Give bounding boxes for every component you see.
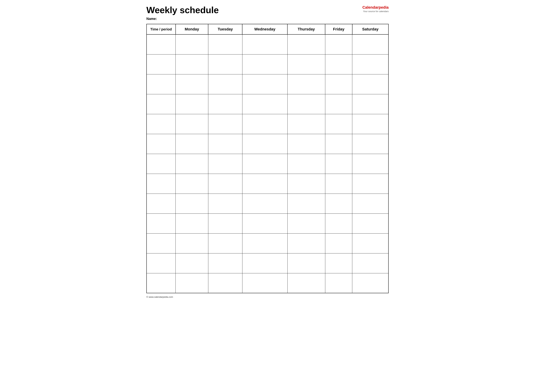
schedule-cell[interactable]	[208, 54, 242, 74]
schedule-cell[interactable]	[352, 174, 389, 194]
schedule-cell[interactable]	[325, 34, 352, 54]
schedule-cell[interactable]	[325, 233, 352, 253]
time-cell[interactable]	[146, 134, 176, 154]
schedule-cell[interactable]	[325, 214, 352, 233]
schedule-cell[interactable]	[287, 54, 325, 74]
schedule-cell[interactable]	[176, 34, 208, 54]
schedule-cell[interactable]	[325, 94, 352, 114]
schedule-cell[interactable]	[325, 194, 352, 214]
schedule-cell[interactable]	[242, 214, 287, 233]
schedule-cell[interactable]	[287, 74, 325, 94]
schedule-cell[interactable]	[208, 74, 242, 94]
schedule-cell[interactable]	[208, 253, 242, 273]
schedule-cell[interactable]	[176, 233, 208, 253]
schedule-cell[interactable]	[208, 194, 242, 214]
schedule-cell[interactable]	[176, 94, 208, 114]
table-header-row: Time / period Monday Tuesday Wednesday T…	[146, 24, 389, 34]
time-cell[interactable]	[146, 154, 176, 174]
schedule-cell[interactable]	[287, 34, 325, 54]
schedule-cell[interactable]	[242, 194, 287, 214]
schedule-cell[interactable]	[352, 54, 389, 74]
time-cell[interactable]	[146, 174, 176, 194]
schedule-cell[interactable]	[287, 94, 325, 114]
schedule-cell[interactable]	[208, 134, 242, 154]
time-cell[interactable]	[146, 253, 176, 273]
schedule-cell[interactable]	[352, 253, 389, 273]
schedule-cell[interactable]	[325, 134, 352, 154]
schedule-cell[interactable]	[242, 74, 287, 94]
schedule-cell[interactable]	[287, 114, 325, 134]
schedule-cell[interactable]	[208, 114, 242, 134]
schedule-cell[interactable]	[176, 273, 208, 293]
schedule-cell[interactable]	[176, 114, 208, 134]
schedule-cell[interactable]	[242, 233, 287, 253]
schedule-cell[interactable]	[352, 34, 389, 54]
schedule-cell[interactable]	[242, 273, 287, 293]
schedule-cell[interactable]	[325, 54, 352, 74]
schedule-cell[interactable]	[325, 154, 352, 174]
time-cell[interactable]	[146, 273, 176, 293]
schedule-cell[interactable]	[352, 273, 389, 293]
schedule-cell[interactable]	[325, 74, 352, 94]
schedule-cell[interactable]	[287, 154, 325, 174]
schedule-cell[interactable]	[208, 34, 242, 54]
schedule-cell[interactable]	[352, 233, 389, 253]
time-cell[interactable]	[146, 194, 176, 214]
schedule-cell[interactable]	[242, 154, 287, 174]
schedule-cell[interactable]	[287, 194, 325, 214]
time-cell[interactable]	[146, 54, 176, 74]
schedule-cell[interactable]	[352, 94, 389, 114]
schedule-cell[interactable]	[287, 214, 325, 233]
schedule-cell[interactable]	[352, 74, 389, 94]
time-cell[interactable]	[146, 74, 176, 94]
page-title: Weekly schedule	[146, 5, 219, 15]
time-cell[interactable]	[146, 34, 176, 54]
time-cell[interactable]	[146, 114, 176, 134]
schedule-cell[interactable]	[176, 253, 208, 273]
schedule-cell[interactable]	[287, 233, 325, 253]
schedule-cell[interactable]	[176, 134, 208, 154]
table-row	[146, 34, 389, 54]
schedule-cell[interactable]	[352, 114, 389, 134]
table-row	[146, 114, 389, 134]
schedule-cell[interactable]	[208, 233, 242, 253]
table-row	[146, 94, 389, 114]
schedule-cell[interactable]	[208, 154, 242, 174]
schedule-cell[interactable]	[352, 134, 389, 154]
schedule-cell[interactable]	[352, 214, 389, 233]
schedule-cell[interactable]	[176, 74, 208, 94]
schedule-cell[interactable]	[287, 134, 325, 154]
schedule-cell[interactable]	[352, 154, 389, 174]
time-cell[interactable]	[146, 233, 176, 253]
schedule-cell[interactable]	[352, 194, 389, 214]
schedule-cell[interactable]	[242, 114, 287, 134]
schedule-cell[interactable]	[176, 174, 208, 194]
schedule-cell[interactable]	[242, 134, 287, 154]
schedule-cell[interactable]	[208, 174, 242, 194]
schedule-cell[interactable]	[176, 154, 208, 174]
schedule-cell[interactable]	[208, 214, 242, 233]
schedule-cell[interactable]	[242, 34, 287, 54]
schedule-cell[interactable]	[325, 174, 352, 194]
schedule-cell[interactable]	[287, 174, 325, 194]
logo-tagline: Your source for calendars	[362, 10, 389, 13]
time-cell[interactable]	[146, 94, 176, 114]
schedule-cell[interactable]	[325, 273, 352, 293]
schedule-cell[interactable]	[287, 273, 325, 293]
schedule-cell[interactable]	[176, 214, 208, 233]
table-row	[146, 194, 389, 214]
schedule-cell[interactable]	[176, 54, 208, 74]
schedule-cell[interactable]	[176, 194, 208, 214]
schedule-cell[interactable]	[287, 253, 325, 273]
schedule-cell[interactable]	[325, 253, 352, 273]
table-row	[146, 74, 389, 94]
schedule-cell[interactable]	[242, 94, 287, 114]
schedule-cell[interactable]	[242, 54, 287, 74]
schedule-cell[interactable]	[208, 273, 242, 293]
table-row	[146, 214, 389, 233]
schedule-cell[interactable]	[242, 253, 287, 273]
time-cell[interactable]	[146, 214, 176, 233]
schedule-cell[interactable]	[325, 114, 352, 134]
schedule-cell[interactable]	[242, 174, 287, 194]
schedule-cell[interactable]	[208, 94, 242, 114]
